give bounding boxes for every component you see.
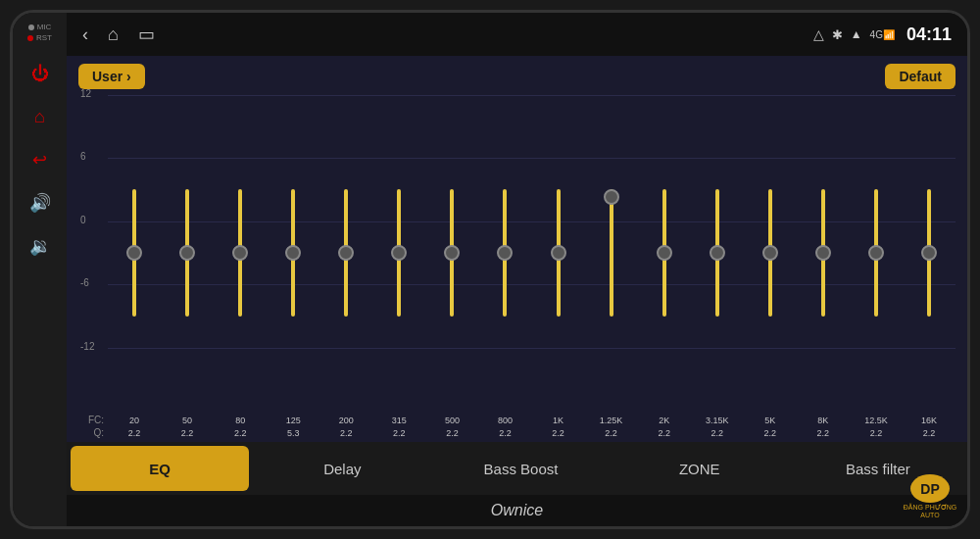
slider-handle-15[interactable] bbox=[921, 245, 937, 261]
slider-handle-10[interactable] bbox=[657, 245, 672, 261]
fc-val-11: 3.15K bbox=[691, 416, 744, 425]
slider-col-5[interactable] bbox=[372, 95, 425, 411]
q-val-15: 2.2 bbox=[903, 428, 956, 438]
slider-col-0[interactable] bbox=[108, 95, 161, 411]
q-val-3: 5.3 bbox=[267, 428, 319, 438]
home-icon[interactable]: ⌂ bbox=[23, 99, 58, 134]
q-val-7: 2.2 bbox=[478, 428, 531, 438]
slider-track-7[interactable] bbox=[503, 189, 507, 317]
volume-down-icon[interactable]: 🔉 bbox=[23, 228, 58, 264]
tab-bass-boost[interactable]: Bass Boost bbox=[431, 442, 610, 495]
sidebar: MIC RST ⏻ ⌂ ↩ 🔊 🔉 bbox=[13, 13, 67, 526]
slider-col-1[interactable] bbox=[161, 95, 214, 411]
volume-up-icon[interactable]: 🔊 bbox=[23, 185, 58, 220]
back-nav-icon[interactable]: ‹ bbox=[82, 24, 88, 45]
slider-col-12[interactable] bbox=[744, 95, 797, 411]
fc-val-14: 12.5K bbox=[850, 416, 903, 425]
slider-track-11[interactable] bbox=[715, 189, 719, 317]
recent-nav-icon[interactable]: ▭ bbox=[138, 24, 155, 45]
q-val-11: 2.2 bbox=[691, 428, 744, 438]
slider-track-13[interactable] bbox=[821, 189, 825, 317]
slider-col-3[interactable] bbox=[267, 95, 319, 411]
slider-col-6[interactable] bbox=[425, 95, 478, 411]
slider-handle-5[interactable] bbox=[391, 245, 407, 261]
slider-track-4[interactable] bbox=[344, 189, 348, 317]
slider-handle-8[interactable] bbox=[551, 245, 566, 261]
q-val-13: 2.2 bbox=[797, 428, 850, 438]
slider-handle-6[interactable] bbox=[444, 245, 460, 261]
q-val-4: 2.2 bbox=[319, 428, 372, 438]
slider-handle-9[interactable] bbox=[604, 189, 619, 205]
slider-col-10[interactable] bbox=[638, 95, 691, 411]
default-button[interactable]: Defaut bbox=[885, 64, 956, 89]
slider-col-2[interactable] bbox=[214, 95, 267, 411]
sidebar-top: MIC RST bbox=[27, 23, 52, 42]
eq-area: User › Defaut 12 6 0 -6 -12 bbox=[67, 56, 967, 442]
slider-col-15[interactable] bbox=[903, 95, 956, 411]
tab-eq[interactable]: EQ bbox=[71, 446, 249, 491]
slider-handle-7[interactable] bbox=[497, 245, 513, 261]
eq-grid: 12 6 0 -6 -12 bbox=[78, 95, 956, 411]
slider-track-8[interactable] bbox=[557, 189, 561, 317]
fc-values: 2050801252003155008001K1.25K2K3.15K5K8K1… bbox=[108, 416, 956, 425]
q-val-1: 2.2 bbox=[161, 428, 214, 438]
slider-col-8[interactable] bbox=[532, 95, 585, 411]
triangle-icon: △ bbox=[813, 26, 824, 42]
back-icon[interactable]: ↩ bbox=[23, 142, 58, 177]
fc-val-9: 1.25K bbox=[585, 416, 638, 425]
slider-track-6[interactable] bbox=[450, 189, 454, 317]
power-icon[interactable]: ⏻ bbox=[23, 56, 58, 91]
slider-track-9[interactable] bbox=[610, 189, 613, 317]
fc-val-3: 125 bbox=[267, 416, 319, 425]
slider-track-15[interactable] bbox=[927, 189, 931, 317]
fc-val-15: 16K bbox=[903, 416, 956, 425]
q-label: Q: bbox=[78, 427, 108, 438]
q-values: 2.22.22.25.32.22.22.22.22.22.22.22.22.22… bbox=[108, 428, 956, 438]
slider-track-5[interactable] bbox=[397, 189, 401, 317]
bottom-tabs: EQ Delay Bass Boost ZONE Bass filter bbox=[67, 442, 967, 495]
slider-handle-4[interactable] bbox=[338, 245, 354, 261]
fc-val-5: 315 bbox=[372, 416, 425, 425]
q-val-5: 2.2 bbox=[372, 428, 425, 438]
fc-val-8: 1K bbox=[532, 416, 585, 425]
tab-delay[interactable]: Delay bbox=[253, 442, 431, 495]
slider-col-11[interactable] bbox=[691, 95, 744, 411]
slider-track-0[interactable] bbox=[132, 189, 136, 317]
slider-handle-11[interactable] bbox=[710, 245, 725, 261]
slider-col-14[interactable] bbox=[850, 95, 903, 411]
bluetooth-icon: ✱ bbox=[832, 27, 843, 42]
slider-col-13[interactable] bbox=[797, 95, 850, 411]
slider-handle-1[interactable] bbox=[179, 245, 195, 261]
slider-track-1[interactable] bbox=[185, 189, 189, 317]
status-bar: △ ✱ ▲ 4G📶 04:11 bbox=[813, 24, 952, 45]
slider-col-4[interactable] bbox=[319, 95, 372, 411]
slider-col-9[interactable] bbox=[585, 95, 638, 411]
q-val-2: 2.2 bbox=[214, 428, 267, 438]
slider-handle-3[interactable] bbox=[285, 245, 301, 261]
slider-handle-12[interactable] bbox=[762, 245, 778, 261]
slider-handle-14[interactable] bbox=[868, 245, 884, 261]
tab-zone[interactable]: ZONE bbox=[611, 442, 789, 495]
slider-track-10[interactable] bbox=[662, 189, 666, 317]
user-button[interactable]: User › bbox=[78, 64, 145, 89]
logo-text: ĐĂNG PHƯƠNGAUTO bbox=[904, 504, 956, 518]
slider-track-12[interactable] bbox=[768, 189, 772, 317]
slider-handle-0[interactable] bbox=[126, 245, 142, 261]
fc-label: FC: bbox=[78, 415, 108, 425]
fc-val-0: 20 bbox=[108, 416, 161, 425]
logo-area: DP ĐĂNG PHƯƠNGAUTO bbox=[901, 474, 959, 518]
footer: Ownice bbox=[67, 495, 967, 526]
q-val-9: 2.2 bbox=[585, 428, 638, 438]
slider-handle-13[interactable] bbox=[815, 245, 831, 261]
home-nav-icon[interactable]: ⌂ bbox=[108, 24, 119, 45]
slider-handle-2[interactable] bbox=[232, 245, 248, 261]
fc-val-13: 8K bbox=[797, 416, 850, 425]
slider-track-3[interactable] bbox=[291, 189, 295, 317]
slider-track-2[interactable] bbox=[238, 189, 242, 317]
slider-track-14[interactable] bbox=[874, 189, 878, 317]
wifi-icon: ▲ bbox=[851, 27, 862, 41]
main-content: ‹ ⌂ ▭ △ ✱ ▲ 4G📶 04:11 User › Defaut bbox=[67, 13, 967, 526]
q-val-6: 2.2 bbox=[425, 428, 478, 438]
slider-col-7[interactable] bbox=[478, 95, 531, 411]
rst-indicator: RST bbox=[27, 33, 52, 42]
